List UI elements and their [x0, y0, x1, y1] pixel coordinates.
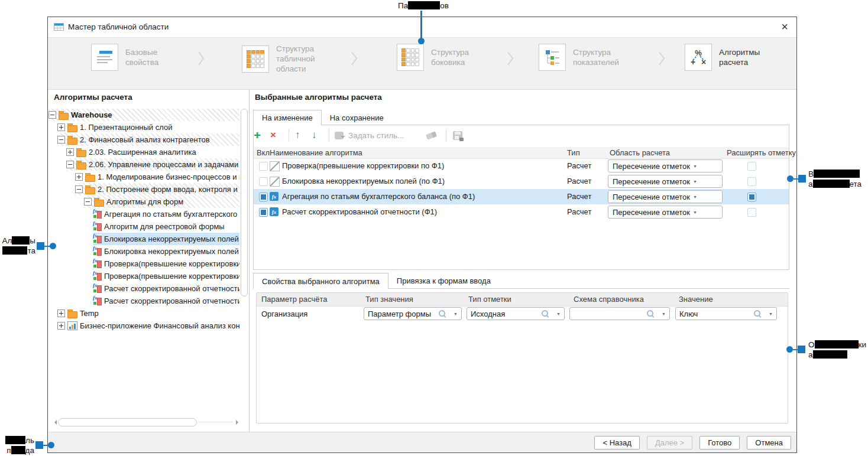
tab-on-save[interactable]: На сохранение	[322, 110, 392, 125]
expand-icon[interactable]	[57, 322, 65, 330]
set-style-button[interactable]: Задать стиль...	[335, 128, 404, 143]
tree-item-label: Алгоритмы для форм	[106, 197, 183, 206]
tree-item[interactable]: fxПроверка(превышение корректировки по Ф…	[93, 270, 239, 282]
remove-algorithm-button[interactable]: ×	[270, 128, 276, 143]
wizard-step-4[interactable]: Структура показателей	[539, 44, 619, 71]
wizard-step-2[interactable]: Структура табличной области	[242, 44, 315, 74]
scrollbar-thumb[interactable]	[58, 418, 197, 426]
callout-text: ки	[859, 340, 866, 349]
expand-mark-checkbox[interactable]	[747, 177, 756, 186]
wizard-step-1[interactable]: Базовые свойства	[91, 44, 158, 71]
collapse-icon[interactable]	[57, 136, 65, 144]
scrollbar-track[interactable]	[198, 422, 233, 422]
finish-button[interactable]: Готово	[699, 436, 740, 450]
calc-area-dropdown[interactable]: Пересечение отметок▼	[608, 175, 723, 188]
tree-item[interactable]: fxПроверка(превышение корректировки по Ф…	[93, 258, 239, 270]
close-icon[interactable]: ×	[781, 20, 788, 33]
tree-item[interactable]: fxБлокировка некорректируемых полей (по …	[93, 233, 239, 245]
tree-item[interactable]: fxАлгоритм для реестровой формы	[93, 220, 239, 233]
wizard-step-3[interactable]: Структура боковика	[397, 44, 469, 71]
algorithm-type: Расчет	[567, 189, 591, 204]
collapse-icon[interactable]	[48, 111, 56, 119]
title-bar[interactable]: Мастер табличной области ×	[48, 17, 796, 38]
parameter-row[interactable]: ОрганизацияПараметр формы▼Исходная▼▼Ключ…	[257, 306, 788, 322]
enabled-checkbox[interactable]	[259, 162, 268, 171]
dropdown-arrow-icon: ▼	[690, 180, 697, 184]
callout-dot	[50, 243, 56, 249]
callout-bar	[37, 242, 44, 250]
expand-icon[interactable]	[75, 173, 83, 181]
scroll-left-button[interactable]	[50, 418, 58, 426]
dropdown-arrow-icon: ▼	[451, 312, 458, 316]
expand-icon[interactable]	[57, 123, 65, 131]
tab-on-change[interactable]: На изменение	[253, 110, 322, 125]
tree-item[interactable]: Temp	[57, 307, 239, 320]
add-algorithm-button[interactable]: +	[254, 128, 261, 143]
tree-item[interactable]: fxРасчет скорректированной отчетности (Ф…	[93, 282, 239, 295]
tree-item[interactable]: Warehouse	[48, 109, 239, 121]
calc-area-dropdown[interactable]: Пересечение отметок▼	[608, 190, 723, 203]
wizard-step-5[interactable]: % + × Алгоритмы расчета	[685, 44, 760, 71]
move-down-button[interactable]: ↓	[312, 128, 317, 143]
calc-area-dropdown[interactable]: Пересечение отметок▼	[608, 206, 723, 219]
algorithm-row[interactable]: fxАгрегация по статьям бухгалтерского ба…	[254, 189, 789, 204]
move-up-button[interactable]: ↑	[295, 128, 300, 143]
tree-item-label: Проверка(превышение корректировки по Ф2	[104, 272, 239, 281]
tree-item[interactable]: 2.03. Расширенная аналитика	[66, 146, 239, 158]
toolbar-separator	[446, 129, 446, 142]
tree-item-label: Бизнес-приложение Финансовый анализ конт…	[80, 321, 239, 330]
dropdown-arrow-icon: ▼	[766, 312, 773, 316]
right-panel-title: Выбранные алгоритмы расчета	[255, 93, 382, 102]
calc-area-dropdown[interactable]: Пересечение отметок▼	[608, 159, 723, 172]
expand-mark-checkbox[interactable]	[747, 162, 756, 171]
tree-item[interactable]: Бизнес-приложение Финансовый анализ конт…	[57, 320, 239, 332]
tree-item[interactable]: fxАгрегация по статьям бухгалтерского ба…	[93, 208, 239, 220]
scroll-right-button[interactable]	[234, 418, 242, 426]
tree-item[interactable]: 2. Построение форм ввода, контроля и сог…	[75, 183, 239, 196]
callout-selected-algorithms: В аета	[808, 169, 861, 189]
tree-item[interactable]: 1. Моделирование бизнес-процессов и их в…	[75, 171, 239, 183]
value-type-lookup[interactable]: Параметр формы▼	[364, 307, 462, 320]
tree-vertical-scrollbar[interactable]	[241, 109, 248, 416]
algorithm-row[interactable]: fxРасчет скорректированной отчетности (Ф…	[254, 204, 789, 220]
triangle-right-icon	[236, 420, 241, 425]
enabled-checkbox[interactable]	[259, 193, 268, 201]
expand-icon[interactable]	[57, 310, 65, 317]
expand-mark-checkbox[interactable]	[747, 193, 756, 201]
algorithm-row[interactable]: Блокировка некорректируемых полей (по Ф1…	[254, 174, 789, 189]
enabled-checkbox[interactable]	[259, 177, 268, 186]
tree-item-label: 2.03. Расширенная аналитика	[89, 148, 196, 157]
clear-style-button[interactable]	[426, 128, 436, 143]
column-header: Тип отметки	[468, 293, 511, 306]
tab-algorithm-properties[interactable]: Свойства выбранного алгоритма	[253, 273, 388, 289]
document-icon	[96, 49, 114, 66]
tree-horizontal-scrollbar[interactable]	[50, 418, 242, 426]
window-title: Мастер табличной области	[68, 22, 169, 31]
expand-icon[interactable]	[66, 148, 74, 156]
tree-item[interactable]: 2. Финансовый анализ контрагентов	[57, 133, 239, 146]
collapse-icon[interactable]	[75, 185, 83, 193]
mark-type-lookup[interactable]: Исходная▼	[467, 307, 565, 320]
algorithm-row[interactable]: Проверка(превышение корректировки по Ф1)…	[254, 158, 789, 174]
callout-navigation-panel: ль пда	[0, 435, 34, 455]
tab-forms-binding[interactable]: Привязка к формам ввода	[388, 273, 499, 289]
tree-item[interactable]: 1. Презентационный слой	[57, 121, 239, 133]
tree-item[interactable]: 2.06. Управление процессами и задачами	[66, 158, 239, 171]
tree-item[interactable]: Алгоритмы для форм	[84, 196, 239, 208]
enabled-checkbox[interactable]	[259, 208, 268, 217]
tree-item[interactable]: fxБлокировка некорректируемых полей (по …	[93, 245, 239, 258]
dict-schema-lookup[interactable]: ▼	[569, 307, 670, 320]
callout-steps-panel: Паов	[398, 1, 449, 11]
tree-panel-title: Алгоритмы расчета	[54, 93, 132, 102]
tree-item[interactable]: fxРасчет скорректированной отчетности (Ф…	[93, 295, 239, 307]
collapse-icon[interactable]	[66, 161, 74, 168]
scrollbar-thumb[interactable]	[241, 109, 248, 297]
dropdown-arrow-icon: ▼	[553, 312, 561, 316]
value-lookup[interactable]: Ключ▼	[675, 307, 777, 320]
save-button[interactable]	[453, 128, 462, 143]
collapse-icon[interactable]	[84, 198, 92, 206]
expand-mark-checkbox[interactable]	[747, 208, 756, 217]
back-button[interactable]: < Назад	[594, 436, 639, 450]
folder-icon	[67, 125, 77, 132]
cancel-button[interactable]: Отмена	[747, 436, 791, 450]
